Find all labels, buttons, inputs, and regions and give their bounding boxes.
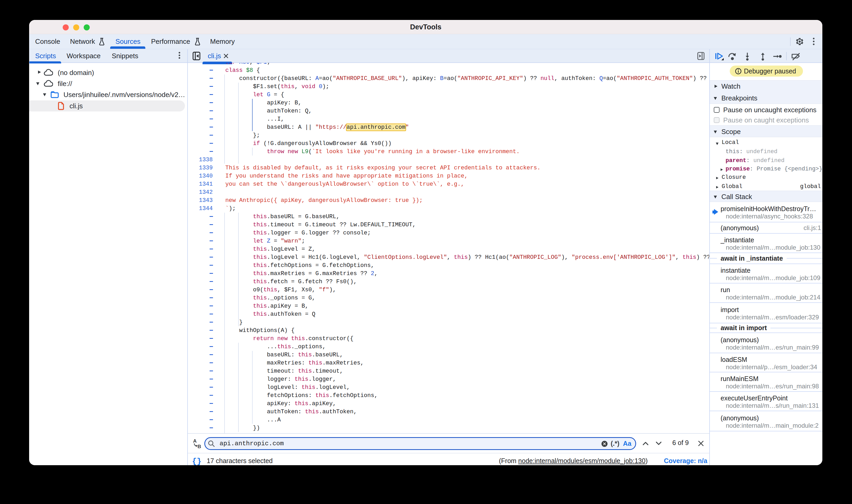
- svg-text:B: B: [197, 444, 201, 449]
- svg-text:{}: {}: [192, 457, 201, 465]
- svg-text:A: A: [193, 439, 197, 444]
